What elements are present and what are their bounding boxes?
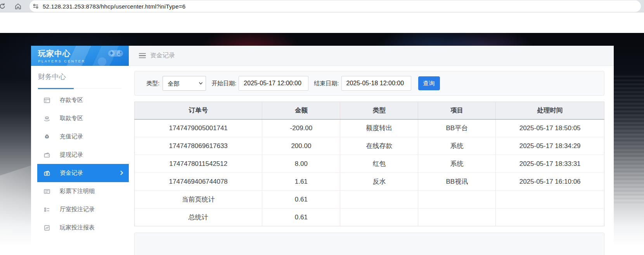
- start-date-label: 开始日期:: [211, 80, 236, 87]
- table-summary-row-page: 当前页统计 0.61: [135, 191, 604, 208]
- menu-toggle-icon[interactable]: [139, 53, 146, 59]
- sidebar-item-label: 玩家投注报表: [60, 224, 95, 231]
- type-select[interactable]: 全部: [163, 76, 206, 91]
- chevron-right-icon: [120, 170, 123, 176]
- sidebar-item-label: 资金记录: [60, 169, 83, 177]
- end-date-input[interactable]: [341, 76, 411, 91]
- table-header-row: 订单号 金额 类型 项目 处理时间: [135, 102, 604, 119]
- main-content: 资金记录 类型: 全部 开始日期: 结束日期: 查询 订单号 金额: [129, 46, 614, 255]
- wallet-icon: [43, 152, 50, 159]
- section-underline: [38, 88, 122, 89]
- cell-process-time: 2025-05-17 18:33:31: [496, 155, 604, 173]
- cell-process-time: [496, 191, 604, 208]
- home-icon[interactable]: [12, 0, 24, 12]
- cell-order-no: 1747478069617633: [135, 137, 262, 155]
- sidebar-item-fund-records[interactable]: 资金记录: [37, 164, 129, 182]
- cell-process-time: 2025-05-17 18:34:29: [496, 137, 604, 155]
- sidebar: 玩家中心 PLAYERS CENTER 财务中心 存款专区: [31, 46, 129, 255]
- type-label: 类型:: [146, 80, 159, 87]
- cell-process-time: 2025-05-17 16:10:06: [496, 173, 604, 191]
- cell-amount: 0.61: [262, 191, 340, 208]
- pagination-bar: [134, 233, 604, 255]
- sidebar-item-label: 充值记录: [60, 133, 83, 140]
- cell-process-time: 2025-05-17 18:50:05: [496, 119, 604, 137]
- breadcrumb: 资金记录: [150, 52, 175, 60]
- fund-records-table: 订单号 金额 类型 项目 处理时间 1747479005001741 -209.…: [134, 102, 604, 226]
- fund-records-icon: [43, 170, 50, 177]
- table-row: 1747478011542512 8.00 红包 系统 2025-05-17 1…: [135, 155, 604, 173]
- list-card-icon: [43, 188, 50, 195]
- start-date-input[interactable]: [239, 76, 308, 91]
- sidebar-item-hall-bet-records[interactable]: 厅室投注记录: [31, 200, 129, 219]
- col-header-amount: 金额: [262, 102, 340, 119]
- page-top-white-band: [0, 12, 644, 33]
- gamepad-icon: [108, 48, 123, 57]
- cell-type: 红包: [340, 155, 418, 173]
- svg-text:¥: ¥: [46, 135, 48, 138]
- report-chart-icon: [43, 224, 50, 231]
- sidebar-item-withdraw-zone[interactable]: 取款专区: [31, 109, 129, 128]
- cell-amount: 0.61: [262, 208, 340, 226]
- sidebar-menu: 存款专区 取款专区 ¥ 充值记录: [31, 91, 129, 237]
- sidebar-item-label: 提现记录: [60, 151, 83, 159]
- cell-amount: 1.61: [262, 173, 340, 191]
- sidebar-item-label: 存款专区: [60, 96, 83, 104]
- reload-icon[interactable]: [0, 0, 9, 12]
- type-select-wrapper: 全部: [163, 76, 206, 91]
- end-date-label: 结束日期:: [314, 80, 339, 87]
- cell-project: [418, 191, 496, 208]
- col-header-project: 项目: [418, 102, 496, 119]
- sidebar-item-deposit-zone[interactable]: 存款专区: [31, 91, 129, 109]
- cell-project: 系统: [418, 137, 496, 155]
- cell-project: 系统: [418, 155, 496, 173]
- sidebar-item-player-bet-report[interactable]: 玩家投注报表: [31, 219, 129, 237]
- cell-amount: 8.00: [262, 155, 340, 173]
- cell-project: BB视讯: [418, 173, 496, 191]
- cell-type: [340, 191, 418, 208]
- cell-summary-label: 总统计: [135, 208, 262, 226]
- money-bag-icon: ¥: [43, 133, 50, 140]
- sidebar-item-label: 取款专区: [60, 115, 83, 122]
- cell-type: 额度转出: [340, 119, 418, 137]
- cell-amount: -209.00: [262, 119, 340, 137]
- table-summary-row-total: 总统计 0.61: [135, 208, 604, 226]
- cell-type: [340, 208, 418, 226]
- content-header: 资金记录: [129, 46, 614, 66]
- filter-bar: 类型: 全部 开始日期: 结束日期: 查询: [134, 71, 604, 96]
- deposit-terminal-icon: [43, 97, 50, 104]
- col-header-order-no: 订单号: [135, 102, 262, 119]
- browser-toolbar: 52.128.231.253:8783/hhcp/usercenter.html…: [0, 0, 644, 12]
- finance-center-section-title: 财务中心: [38, 71, 122, 82]
- table-row: 1747469406744078 1.61 反水 BB视讯 2025-05-17…: [135, 173, 604, 191]
- cell-project: [418, 208, 496, 226]
- checklist-icon: [43, 206, 50, 213]
- cell-type: 在线存款: [340, 137, 418, 155]
- circle-decoration: [98, 57, 106, 66]
- cell-process-time: [496, 208, 604, 226]
- col-header-type: 类型: [340, 102, 418, 119]
- table-row: 1747478069617633 200.00 在线存款 系统 2025-05-…: [135, 137, 604, 155]
- sidebar-item-recharge-record[interactable]: ¥ 充值记录: [31, 128, 129, 146]
- address-bar[interactable]: 52.128.231.253:8783/hhcp/usercenter.html…: [29, 0, 641, 12]
- cell-type: 反水: [340, 173, 418, 191]
- cell-amount: 200.00: [262, 137, 340, 155]
- col-header-process-time: 处理时间: [496, 102, 604, 119]
- hand-coins-icon: [43, 115, 50, 122]
- players-center-subtitle: PLAYERS CENTER: [38, 59, 129, 63]
- cell-order-no: 1747478011542512: [135, 155, 262, 173]
- cell-summary-label: 当前页统计: [135, 191, 262, 208]
- sidebar-item-label: 厅室投注记录: [60, 206, 95, 213]
- sidebar-header: 玩家中心 PLAYERS CENTER: [31, 46, 129, 66]
- site-settings-icon[interactable]: [33, 3, 39, 9]
- query-button[interactable]: 查询: [418, 76, 440, 90]
- cell-order-no: 1747469406744078: [135, 173, 262, 191]
- sidebar-item-withdrawal-record[interactable]: 提现记录: [31, 146, 129, 164]
- cell-project: BB平台: [418, 119, 496, 137]
- sidebar-item-lottery-bet-detail[interactable]: 彩票下注明细: [31, 182, 129, 200]
- table-row: 1747479005001741 -209.00 额度转出 BB平台 2025-…: [135, 119, 604, 137]
- sidebar-item-label: 彩票下注明细: [60, 188, 95, 195]
- url-text: 52.128.231.253:8783/hhcp/usercenter.html…: [43, 3, 185, 10]
- cell-order-no: 1747479005001741: [135, 119, 262, 137]
